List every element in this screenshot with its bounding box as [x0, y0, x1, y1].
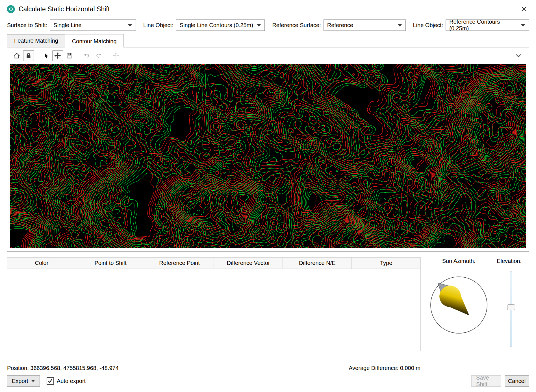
export-button-label: Export: [12, 378, 28, 384]
app-logo-icon: [6, 5, 15, 14]
toolbar-separator: [78, 52, 78, 60]
cancel-button[interactable]: Cancel: [505, 375, 529, 387]
reference-surface-value: Reference: [327, 22, 353, 29]
toolbar-separator: [107, 52, 107, 60]
undo-button[interactable]: [81, 50, 92, 61]
lower-section: Color Point to Shift Reference Point Dif…: [0, 252, 536, 351]
move-icon: [54, 52, 61, 59]
line-object-1-label: Line Object:: [143, 22, 173, 29]
column-header-point-to-shift[interactable]: Point to Shift: [76, 258, 145, 269]
flex-spacer: [0, 351, 536, 365]
map-canvas-container: [7, 64, 529, 251]
dropdown-arrow-icon: [257, 24, 261, 27]
controls-row: Surface to Shift: Single Line Line Objec…: [0, 18, 536, 34]
column-header-color[interactable]: Color: [7, 258, 76, 269]
close-button[interactable]: [518, 3, 530, 15]
export-button[interactable]: Export: [7, 375, 40, 387]
table-header-row: Color Point to Shift Reference Point Dif…: [7, 258, 421, 269]
tab-bar: Feature Matching Contour Matching: [0, 34, 536, 47]
surface-to-shift-select[interactable]: Single Line: [50, 19, 136, 31]
align-points-button[interactable]: [110, 50, 121, 61]
sun-azimuth-dial[interactable]: [427, 273, 491, 337]
column-header-reference-point[interactable]: Reference Point: [145, 258, 214, 269]
undo-icon: [83, 52, 90, 59]
checkmark-icon: [47, 378, 53, 384]
status-row: Position: 366396.568, 4755815.968, -48.9…: [0, 365, 536, 371]
position-status: Position: 366396.568, 4755815.968, -48.9…: [7, 365, 119, 371]
elevation-label: Elevation:: [497, 258, 522, 264]
home-view-button[interactable]: [11, 50, 22, 61]
toolbar-separator: [37, 52, 37, 60]
tab-feature-matching[interactable]: Feature Matching: [7, 34, 65, 47]
line-object-2-value: Reference Contours (0.25m): [449, 19, 518, 32]
dropdown-arrow-icon: [31, 380, 35, 382]
lock-icon: [25, 52, 32, 59]
home-icon: [13, 52, 20, 59]
collapse-panel-button[interactable]: [512, 50, 525, 61]
column-header-type[interactable]: Type: [352, 258, 421, 269]
surface-to-shift-label: Surface to Shift:: [7, 22, 47, 29]
auto-export-label: Auto export: [57, 378, 86, 384]
reference-surface-label: Reference Surface:: [272, 22, 321, 29]
dropdown-arrow-icon: [128, 24, 132, 27]
cursor-icon: [42, 52, 49, 59]
save-shift-button[interactable]: Save Shift: [471, 375, 501, 387]
surface-to-shift-value: Single Line: [53, 22, 81, 29]
column-header-difference-vector[interactable]: Difference Vector: [214, 258, 283, 269]
dialog-window: Calculate Static Horizontal Shift Surfac…: [0, 0, 536, 392]
auto-export-checkbox[interactable]: [47, 377, 54, 385]
line-object-1-select[interactable]: Single Line Contours (0.25m): [176, 19, 265, 31]
chevron-down-icon: [515, 52, 522, 59]
line-object-1-value: Single Line Contours (0.25m): [180, 22, 253, 29]
elevation-control: Elevation:: [497, 257, 529, 351]
lock-view-button[interactable]: [23, 50, 34, 61]
column-header-difference-ne[interactable]: Difference N/E: [283, 258, 352, 269]
align-points-icon: [112, 52, 120, 59]
title-bar: Calculate Static Horizontal Shift: [0, 0, 536, 18]
contour-map-canvas[interactable]: [10, 64, 526, 248]
elevation-slider-thumb[interactable]: [507, 304, 515, 310]
dropdown-arrow-icon: [398, 24, 402, 27]
pan-tool-button[interactable]: [52, 50, 63, 61]
contour-matching-panel: [7, 47, 529, 252]
line-object-2-select[interactable]: Reference Contours (0.25m): [446, 19, 529, 31]
elevation-slider[interactable]: [507, 271, 515, 347]
tab-contour-matching[interactable]: Contour Matching: [65, 34, 124, 47]
redo-icon: [95, 52, 102, 59]
reference-surface-select[interactable]: Reference: [324, 19, 406, 31]
footer-bar: Export Auto export Save Shift Cancel: [0, 371, 536, 392]
dropdown-arrow-icon: [521, 24, 525, 27]
redo-button[interactable]: [93, 50, 104, 61]
close-icon: [520, 6, 527, 12]
line-object-2-label: Line Object:: [413, 22, 443, 29]
save-icon: [66, 52, 73, 59]
sun-azimuth-control: Sun Azimuth:: [421, 257, 497, 351]
table-body-empty: [7, 269, 421, 351]
shift-points-table: Color Point to Shift Reference Point Dif…: [7, 257, 421, 351]
select-tool-button[interactable]: [40, 50, 51, 61]
average-difference-status: Average Difference: 0.000 m: [349, 365, 420, 371]
save-view-button[interactable]: [64, 50, 75, 61]
sun-azimuth-label: Sun Azimuth:: [442, 258, 476, 264]
map-toolbar: [7, 47, 529, 64]
window-title: Calculate Static Horizontal Shift: [19, 5, 110, 13]
